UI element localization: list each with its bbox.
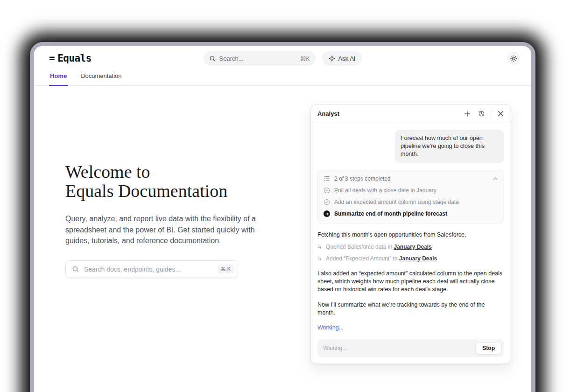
global-search-shortcut: ⌘K [301, 55, 310, 62]
equals-logo-sign: = [49, 53, 55, 64]
analyst-panel-actions [463, 109, 505, 119]
check-circle-icon [324, 199, 330, 205]
check-circle-icon [324, 187, 330, 194]
tab-documentation[interactable]: Documentation [80, 70, 122, 85]
assistant-message: Fetching this month's open opportunities… [317, 231, 504, 239]
panel-actions-divider [491, 110, 491, 118]
step-label: Summarize end of month pipeline forecast [334, 210, 447, 217]
page-title-line2: Equals Documentation [65, 181, 227, 201]
search-icon [209, 55, 216, 62]
hero-description: Query, analyze, and report live data wit… [65, 213, 269, 246]
docs-search-input[interactable] [84, 266, 213, 273]
header-center-group: ⌘K Ask AI [204, 51, 362, 66]
page-title: Welcome to Equals Documentation [65, 162, 269, 201]
top-bar: =Equals ⌘K Ask AI [34, 46, 531, 70]
equals-logo[interactable]: =Equals [49, 53, 91, 64]
task-list-icon [324, 175, 330, 182]
history-icon [478, 110, 485, 117]
stop-button[interactable]: Stop [476, 342, 501, 355]
working-status[interactable]: Working... [317, 324, 504, 331]
step-item-completed: Pull all deals with a close date in Janu… [324, 187, 498, 194]
analyst-panel-title: Analyst [317, 110, 339, 117]
step-item-completed: Summarize end of month pipeline forecast… [324, 199, 498, 205]
history-button[interactable] [477, 109, 486, 119]
primary-nav-tabs: Home Documentation [34, 70, 531, 86]
tool-call-text: Queried Salesforce data in January Deals [326, 243, 432, 251]
arrow-right-circle-icon [324, 210, 330, 217]
chevron-up-icon[interactable] [493, 176, 498, 182]
branch-arrow-icon: ↳ [317, 243, 322, 251]
chat-input[interactable] [323, 345, 476, 351]
user-message-bubble: Forecast how much of our open pipeline w… [395, 130, 504, 163]
tool-call-line: ↳ Added “Expected Amount” to January Dea… [317, 255, 504, 262]
analyst-panel-body: Forecast how much of our open pipeline w… [311, 123, 511, 364]
step-label: Pull all deals with a close date in Janu… [334, 187, 436, 194]
sheet-link[interactable]: January Deals [394, 244, 432, 250]
docs-search[interactable]: ⌘ K [65, 260, 238, 278]
branch-arrow-icon: ↳ [317, 255, 322, 262]
close-panel-button[interactable] [496, 109, 505, 119]
equals-logo-text: Equals [57, 53, 91, 64]
steps-card: 2 of 3 steps completed Pull all deals wi… [317, 170, 504, 224]
hero-section: Welcome to Equals Documentation Query, a… [65, 162, 269, 278]
theme-toggle-button[interactable] [507, 52, 520, 65]
search-icon [72, 266, 79, 273]
tool-call-text: Added “Expected Amount” to January Deals [326, 255, 437, 262]
ask-ai-label: Ask AI [338, 55, 356, 62]
tab-home[interactable]: Home [49, 70, 68, 86]
new-chat-button[interactable] [463, 109, 472, 119]
page-content: =Equals ⌘K Ask AI Home Documentation [34, 46, 531, 392]
sun-icon [510, 55, 517, 62]
tool-call-prefix: Queried Salesforce data in [326, 244, 392, 250]
step-label: Add an expected amount column using stag… [334, 199, 459, 205]
page-title-line1: Welcome to [65, 162, 150, 182]
steps-summary-label: 2 of 3 steps completed [334, 175, 391, 182]
global-search-input[interactable] [219, 55, 297, 62]
steps-summary-row[interactable]: 2 of 3 steps completed [324, 175, 498, 182]
sheet-link[interactable]: January Deals [399, 255, 437, 262]
chat-composer: Stop [317, 339, 504, 357]
tool-call-prefix: Added “Expected Amount” to [326, 255, 397, 262]
close-icon [498, 111, 504, 117]
assistant-message: Now I'll summarize what we're tracking t… [317, 301, 504, 317]
global-search[interactable]: ⌘K [204, 51, 316, 66]
ask-ai-button[interactable]: Ask AI [322, 51, 362, 66]
analyst-panel-header: Analyst [311, 105, 511, 123]
tool-call-line: ↳ Queried Salesforce data in January Dea… [317, 243, 504, 251]
sparkle-icon [329, 55, 335, 62]
docs-search-shortcut: ⌘ K [218, 265, 234, 273]
assistant-message: I also added an “expected amount” calcul… [317, 270, 504, 294]
plus-icon [464, 111, 471, 117]
step-item-in-progress: Summarize end of month pipeline forecast [324, 210, 498, 217]
browser-window: =Equals ⌘K Ask AI Home Documentation [30, 42, 535, 392]
analyst-panel: Analyst Forecast how much of our open pi… [310, 104, 511, 364]
